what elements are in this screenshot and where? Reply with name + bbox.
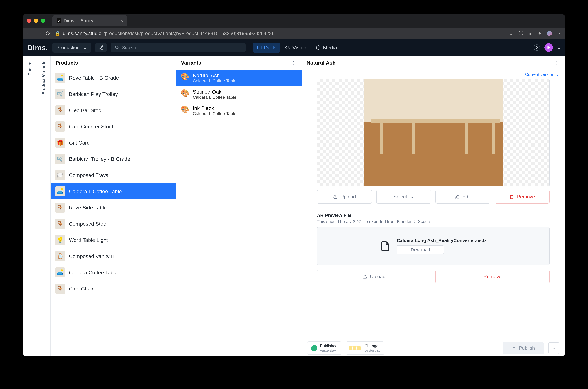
product-list-item[interactable]: 🛋️Caldera L Coffee Table: [51, 183, 176, 199]
select-image-button[interactable]: Select ⌄: [376, 190, 431, 204]
maximize-window-button[interactable]: [41, 19, 45, 23]
published-label: Published: [320, 344, 337, 348]
remove-file-button[interactable]: Remove: [436, 270, 550, 284]
product-list-item[interactable]: 🪑Cleo Counter Stool: [51, 118, 176, 135]
rail-content-tab[interactable]: Content: [27, 61, 32, 76]
product-image: [364, 79, 503, 186]
upload-label: Upload: [340, 194, 356, 200]
browser-tab[interactable]: D. Dims. – Sanity ×: [52, 15, 127, 26]
published-status[interactable]: ↑ Published yesterday: [307, 341, 341, 355]
product-list-item[interactable]: 🍽️Composed Trays: [51, 167, 176, 183]
search-input[interactable]: Search: [111, 43, 246, 52]
download-file-button[interactable]: Download: [397, 245, 444, 254]
ar-field-description: This should be a USDZ file exported from…: [317, 219, 550, 224]
ar-file-meta: Caldera Long Ash_RealityConverter.usdz D…: [397, 238, 487, 254]
publish-dropdown-button[interactable]: ⌄: [548, 342, 559, 354]
rail-product-variants: Product Variants: [37, 56, 51, 357]
product-name: Caldera Coffee Table: [69, 269, 118, 275]
variant-list-item[interactable]: 🎨Natural AshCaldera L Coffee Table: [176, 70, 301, 86]
image-actions: Upload Select ⌄ Edit Remove: [317, 190, 550, 204]
document-content: Upload Select ⌄ Edit Remove AR: [302, 79, 565, 340]
avatar-initials: IH: [547, 45, 551, 50]
svg-point-0: [115, 46, 118, 49]
variants-list: 🎨Natural AshCaldera L Coffee Table🎨Stain…: [176, 70, 301, 357]
product-list-item[interactable]: 💡Word Table Light: [51, 232, 176, 248]
nav-media-label: Media: [323, 45, 337, 51]
publish-label: Publish: [519, 345, 535, 351]
document-menu-icon[interactable]: ⋮: [554, 60, 560, 66]
upload-file-label: Upload: [370, 274, 385, 280]
nav-vision[interactable]: Vision: [281, 42, 310, 53]
product-thumbnail: 🛋️: [55, 186, 65, 196]
star-icon[interactable]: ☆: [509, 31, 513, 36]
minimize-window-button[interactable]: [34, 19, 38, 23]
extensions-icon[interactable]: ✦: [538, 31, 542, 36]
compose-button[interactable]: [95, 43, 107, 52]
remove-file-label: Remove: [483, 274, 502, 280]
product-list-item[interactable]: 🪑Cleo Bar Stool: [51, 102, 176, 118]
upload-file-button[interactable]: Upload: [317, 270, 431, 284]
upload-icon: [363, 274, 367, 279]
nav-desk-label: Desk: [264, 45, 276, 51]
product-name: Cleo Chair: [69, 286, 94, 292]
product-thumbnail: 🛒: [55, 89, 65, 99]
product-list-item[interactable]: 🛋️Caldera Coffee Table: [51, 264, 176, 281]
nav-media[interactable]: Media: [312, 42, 341, 53]
product-list-item[interactable]: 🛒Barbican Play Trolley: [51, 86, 176, 102]
variant-subtitle: Caldera L Coffee Table: [193, 95, 236, 100]
product-list-item[interactable]: 🪞Composed Vanity II: [51, 248, 176, 264]
nav-desk[interactable]: Desk: [253, 42, 280, 53]
close-window-button[interactable]: [27, 19, 31, 23]
tab-bar: D. Dims. – Sanity × ＋: [23, 14, 565, 28]
product-thumbnail: 🪑: [55, 105, 65, 115]
new-tab-button[interactable]: ＋: [130, 16, 136, 25]
product-name: Rove Table - B Grade: [69, 75, 119, 81]
brand-logo[interactable]: Dims.: [27, 43, 48, 52]
changes-icon: [350, 345, 362, 351]
upload-image-button[interactable]: Upload: [317, 190, 372, 204]
chevron-down-icon[interactable]: ⌄: [557, 45, 561, 50]
forward-icon[interactable]: →: [36, 30, 42, 37]
product-list-item[interactable]: 🛋️Rove Table - B Grade: [51, 70, 176, 86]
product-list-item[interactable]: 🎁Gift Card: [51, 135, 176, 151]
back-icon[interactable]: ←: [26, 30, 32, 37]
variant-list-item[interactable]: 🎨Stained OakCaldera L Coffee Table: [176, 86, 301, 102]
publish-button[interactable]: Publish: [503, 342, 544, 354]
remove-image-button[interactable]: Remove: [495, 190, 550, 204]
profile-icon[interactable]: [547, 31, 552, 36]
close-tab-icon[interactable]: ×: [120, 18, 123, 23]
notifications-badge[interactable]: 0: [534, 44, 540, 51]
url-input[interactable]: 🔒 dims.sanity.studio/production/desk/pro…: [55, 31, 505, 36]
search-placeholder: Search: [122, 45, 136, 50]
chevron-down-icon: ⌄: [556, 72, 559, 77]
browser-window: D. Dims. – Sanity × ＋ ← → ⟳ 🔒 dims.sanit…: [23, 14, 565, 357]
changes-status[interactable]: Changes yesterday: [346, 341, 384, 355]
variant-list-item[interactable]: 🎨Ink BlackCaldera L Coffee Table: [176, 102, 301, 119]
product-list-item[interactable]: 🪑Composed Stool: [51, 216, 176, 232]
rail-product-variants-tab[interactable]: Product Variants: [41, 61, 46, 95]
product-list-item[interactable]: 🪑Rove Side Table: [51, 199, 176, 216]
browser-menu-icon[interactable]: ⋮: [557, 31, 562, 36]
variants-title: Variants: [181, 60, 201, 66]
workspace-label: Production: [56, 45, 80, 50]
document-header: Natural Ash ⋮: [302, 56, 565, 70]
svg-rect-2: [260, 46, 261, 49]
app-body: Content Product Variants Products ⋮ 🛋️Ro…: [23, 56, 565, 357]
product-list-item[interactable]: 🛒Barbican Trolley - B Grade: [51, 151, 176, 167]
nav-vision-label: Vision: [292, 45, 306, 51]
reload-icon[interactable]: ⟳: [46, 30, 51, 37]
variants-menu-icon[interactable]: ⋮: [291, 60, 296, 66]
search-icon: [114, 45, 119, 50]
product-thumbnail: 🪑: [55, 284, 65, 294]
variant-title: Natural Ash: [193, 72, 236, 78]
info-icon[interactable]: ⓘ: [518, 30, 523, 37]
product-list-item[interactable]: 🪑Cleo Chair: [51, 281, 176, 297]
camera-icon[interactable]: ▣: [529, 31, 532, 36]
products-title: Products: [55, 60, 78, 66]
products-menu-icon[interactable]: ⋮: [165, 60, 171, 66]
version-dropdown[interactable]: Current version ⌄: [302, 70, 565, 79]
user-avatar[interactable]: IH: [544, 43, 553, 52]
workspace-select[interactable]: Production ⌄: [52, 42, 91, 53]
edit-image-button[interactable]: Edit: [436, 190, 490, 204]
nav-items: Desk Vision Media: [253, 42, 341, 53]
